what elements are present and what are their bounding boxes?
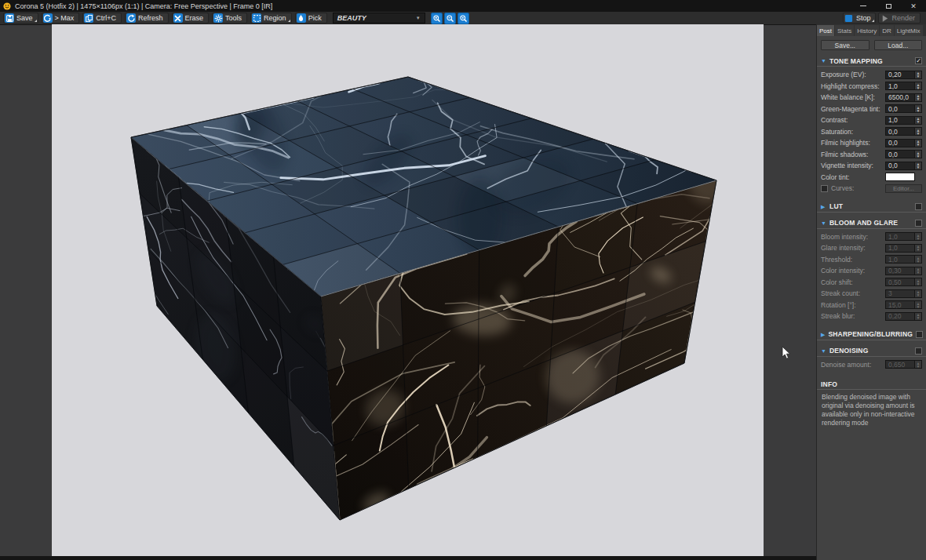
green-magenta-tint-field[interactable]: 0,0 (885, 104, 915, 113)
glare-intensity-field[interactable]: 1,0 (885, 244, 915, 253)
tab-history[interactable]: History (855, 25, 879, 36)
toolbar-copy-button[interactable]: Ctrl+C (82, 13, 122, 24)
tab-stats[interactable]: Stats (835, 25, 854, 36)
toolbar: Save> MaxCtrl+CRefreshEraseToolsRegionPi… (0, 12, 926, 25)
color-intensity-spinner[interactable]: ▲▼ (915, 267, 922, 275)
streak-count-field[interactable]: 3 (885, 289, 915, 298)
streak-blur-spinner[interactable]: ▲▼ (915, 312, 922, 321)
curves-checkbox[interactable] (821, 185, 828, 192)
threshold-field[interactable]: 1,0 (885, 255, 915, 264)
toolbar-region-button[interactable]: Region (250, 13, 292, 24)
denoise-amount-spinner[interactable]: ▲▼ (915, 360, 922, 369)
streak-blur-label: Streak blur: (821, 312, 885, 320)
stop-button[interactable]: Stop (843, 13, 877, 24)
collapse-arrow-icon[interactable]: ▼ (821, 348, 826, 354)
section-checkbox-sharpening-blurring[interactable] (916, 331, 923, 338)
streak-count-spinner[interactable]: ▲▼ (915, 289, 922, 298)
toolbar-refresh-label: Refresh (138, 14, 163, 22)
save-settings-button[interactable]: Save... (821, 40, 869, 50)
restore-button[interactable] (876, 0, 901, 12)
section-checkbox-lut[interactable] (915, 203, 922, 210)
highlight-compress-label: Highlight compress: (821, 82, 885, 90)
toolbar-tools-button[interactable]: Tools (212, 13, 247, 24)
threshold-spinner[interactable]: ▲▼ (915, 255, 922, 264)
expand-arrow-icon[interactable]: ▶ (821, 332, 825, 337)
bloom-intensity-field[interactable]: 1,0 (885, 232, 915, 241)
filmic-highlights-label: Filmic highlights: (821, 139, 885, 147)
toolbar-pick-button[interactable]: Pick (295, 13, 327, 24)
panel-tabs: PostStatsHistoryDRLightMix (817, 24, 926, 36)
render-label: Render (891, 14, 915, 22)
row-exposure-ev: Exposure (EV):0,20▲▼ (817, 69, 926, 81)
saturation-field[interactable]: 0,0 (885, 127, 915, 136)
contrast-field[interactable]: 1,0 (885, 116, 915, 125)
load-settings-button[interactable]: Load... (874, 40, 923, 50)
color-intensity-field[interactable]: 0,30 (885, 267, 915, 275)
filmic-shadows-spinner[interactable]: ▲▼ (915, 150, 922, 158)
row-vignette-intensity: Vignette intensity:0,0▲▼ (817, 160, 926, 172)
stop-icon (844, 13, 854, 23)
section-title-lut: LUT (829, 202, 912, 210)
expand-arrow-icon[interactable]: ▶ (821, 204, 826, 209)
filmic-highlights-field[interactable]: 0,0 (885, 139, 915, 147)
row-filmic-highlights: Filmic highlights:0,0▲▼ (817, 137, 926, 149)
curves-editor-button[interactable]: Editor... (885, 184, 922, 193)
render-canvas[interactable] (52, 24, 764, 556)
exposure-ev-field[interactable]: 0,20 (885, 71, 915, 79)
toolbar-max-label: > Max (55, 14, 75, 22)
section-checkbox-bloom-and-glare[interactable] (915, 220, 922, 227)
color-intensity-label: Color intensity: (821, 267, 885, 275)
toolbar-max-button[interactable]: > Max (42, 13, 80, 24)
contrast-spinner[interactable]: ▲▼ (915, 116, 922, 125)
color-tint-swatch[interactable] (885, 173, 915, 181)
section-header-denoising: ▼DENOISING (817, 346, 926, 357)
tab-lightmix[interactable]: LightMix (895, 25, 923, 36)
threshold-label: Threshold: (821, 256, 885, 264)
color-shift-field[interactable]: 0,50 (885, 278, 915, 286)
filmic-shadows-label: Filmic shadows: (821, 151, 885, 158)
section-checkbox-tone-mapping[interactable]: ✓ (915, 57, 922, 64)
glare-intensity-spinner[interactable]: ▲▼ (915, 244, 922, 253)
zoom-in-button[interactable] (431, 13, 443, 24)
filmic-shadows-field[interactable]: 0,0 (885, 150, 915, 158)
bloom-intensity-spinner[interactable]: ▲▼ (915, 232, 922, 241)
zoom-out-button[interactable] (444, 13, 456, 24)
row-glare-intensity: Glare intensity:1,0▲▼ (817, 242, 926, 254)
collapse-arrow-icon[interactable]: ▼ (821, 220, 826, 226)
rotation-spinner[interactable]: ▲▼ (915, 300, 922, 309)
toolbar-save-button[interactable]: Save (3, 13, 38, 24)
section-checkbox-denoising[interactable] (915, 347, 922, 355)
toolbar-erase-button[interactable]: Erase (172, 13, 210, 24)
tab-dr[interactable]: DR (880, 25, 894, 36)
minimize-button[interactable] (851, 0, 876, 12)
close-button[interactable]: ✕ (901, 0, 926, 12)
highlight-compress-spinner[interactable]: ▲▼ (915, 82, 922, 90)
green-magenta-tint-spinner[interactable]: ▲▼ (915, 104, 922, 113)
white-balance-k-spinner[interactable]: ▲▼ (915, 93, 922, 102)
section-header-tone-mapping: ▼TONE MAPPING✓ (817, 56, 926, 67)
color-shift-label: Color shift: (821, 278, 885, 286)
highlight-compress-field[interactable]: 1,0 (885, 82, 915, 90)
rotation-field[interactable]: 15,0 (885, 300, 915, 309)
exposure-ev-spinner[interactable]: ▲▼ (915, 71, 922, 79)
render-element-select[interactable]: BEAUTY ▼ (333, 13, 425, 24)
streak-blur-field[interactable]: 0,20 (885, 312, 915, 321)
zoom-fit-button[interactable] (458, 13, 469, 24)
saturation-spinner[interactable]: ▲▼ (915, 127, 922, 136)
toolbar-refresh-button[interactable]: Refresh (125, 13, 169, 24)
white-balance-k-field[interactable]: 6500,0 (885, 93, 915, 102)
post-processing-panel: PostStatsHistoryDRLightMix Save... Load.… (816, 24, 926, 560)
row-color-tint: Color tint: (817, 172, 926, 184)
toolbar-erase-label: Erase (185, 14, 204, 22)
corona-logo-icon (3, 2, 11, 10)
filmic-highlights-spinner[interactable]: ▲▼ (915, 139, 922, 147)
render-button[interactable]: Render (878, 13, 921, 24)
tab-post[interactable]: Post (817, 25, 834, 36)
denoise-amount-field[interactable]: 0,650 (885, 360, 915, 369)
vignette-intensity-field[interactable]: 0,0 (885, 162, 915, 170)
vignette-intensity-spinner[interactable]: ▲▼ (915, 162, 922, 170)
collapse-arrow-icon[interactable]: ▼ (821, 58, 826, 64)
gear-icon (213, 13, 223, 23)
section-header-lut: ▶LUT (817, 202, 926, 213)
color-shift-spinner[interactable]: ▲▼ (915, 278, 922, 286)
